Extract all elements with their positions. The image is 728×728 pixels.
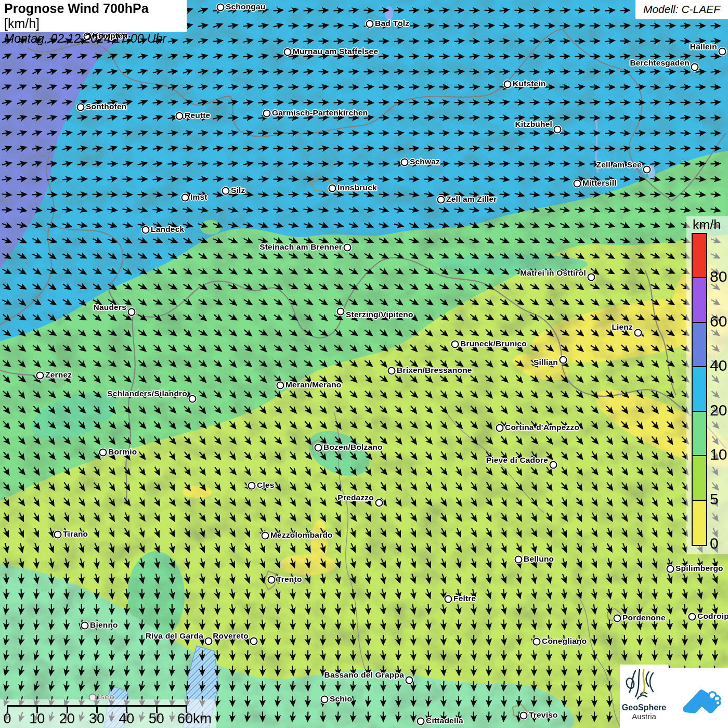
- scalebar-label: 30: [89, 711, 105, 727]
- legend-tick-label: 80: [710, 268, 727, 285]
- title-unit: [km/h]: [4, 16, 40, 31]
- scalebar-label: 20: [59, 711, 75, 727]
- wind-arrows: [2, 6, 721, 721]
- legend-panel: km/h 806040201050: [686, 216, 728, 554]
- legend-segment: [693, 412, 706, 456]
- partner-logo-box: [668, 668, 728, 728]
- legend-segment: [693, 278, 706, 322]
- scalebar-label: 0: [3, 711, 11, 727]
- mountain-cloud-icon: [673, 673, 723, 723]
- legend-segment: [693, 323, 706, 367]
- title-main: Prognose Wind 700hPa: [4, 1, 149, 16]
- legend-tick-label: 60: [710, 313, 727, 330]
- legend-tick-label: 40: [710, 357, 727, 374]
- geosphere-contours-icon: [620, 667, 660, 704]
- geosphere-austria: Austria: [620, 712, 668, 721]
- legend-color-bar: [692, 233, 707, 546]
- scalebar-label: 50: [149, 711, 164, 727]
- legend-tick-label: 10: [710, 446, 727, 463]
- weather-map-stage: SchongauBad TölzKemptenHalleinMurnau am …: [0, 0, 728, 728]
- legend-unit-label: km/h: [693, 217, 721, 232]
- scalebar-label: 60km: [177, 711, 212, 727]
- legend-segment: [693, 367, 706, 411]
- legend-segment: [693, 501, 706, 545]
- legend-tick-label: 0: [710, 535, 719, 552]
- geosphere-wordmark: GeoSphere: [620, 703, 668, 712]
- model-label-panel: Modell: C-LAEF: [635, 0, 728, 20]
- title-panel: Prognose Wind 700hPa [km/h] Montag, 02.1…: [0, 0, 187, 32]
- distance-scalebar-panel: 0102030405060km: [0, 699, 216, 728]
- map-title: Prognose Wind 700hPa [km/h]: [4, 1, 183, 31]
- legend-segment: [693, 456, 706, 500]
- valid-time: Montag, 02.12.2024 17:00 Uhr: [4, 31, 183, 46]
- legend-tick-label: 20: [710, 401, 727, 419]
- scalebar-label: 40: [119, 711, 134, 727]
- geosphere-logo-box: GeoSphere Austria: [620, 665, 668, 728]
- legend-tick-label: 5: [710, 490, 719, 508]
- scalebar-label: 10: [29, 711, 45, 727]
- wind-arrow-field: [0, 0, 728, 728]
- legend-segment: [693, 234, 706, 278]
